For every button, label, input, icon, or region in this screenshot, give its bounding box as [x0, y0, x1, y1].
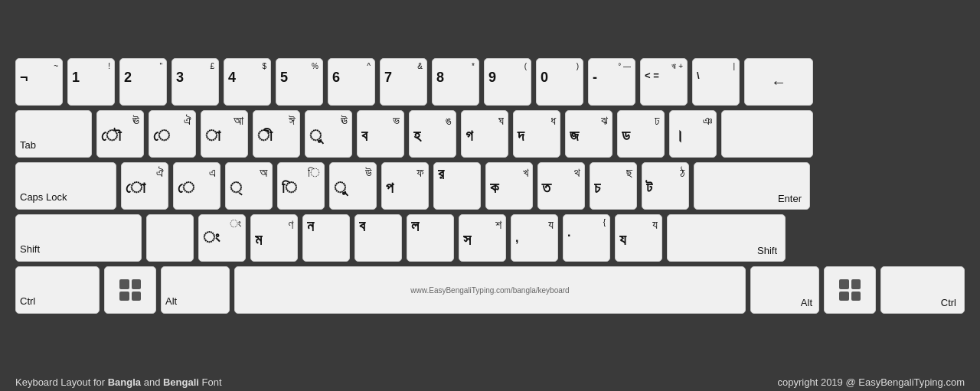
key-semicolon[interactable]: ছ চ — [590, 162, 637, 210]
alt-right-key[interactable]: Alt — [750, 266, 819, 314]
key-w[interactable]: ঐ ে — [149, 110, 196, 158]
key-equals[interactable]: ঋ + < = — [640, 58, 688, 106]
footer-left: Keyboard Layout for Bangla and Bengali F… — [15, 376, 222, 388]
key-7[interactable]: & 7 — [380, 58, 427, 106]
key-o[interactable]: ধ দ — [513, 110, 560, 158]
key-p[interactable]: ঝ জ — [565, 110, 612, 158]
key-c[interactable]: ণ ম — [250, 214, 298, 262]
key-slash[interactable]: য য — [615, 214, 662, 262]
footer: Keyboard Layout for Bangla and Bengali F… — [0, 373, 980, 391]
enter-key[interactable]: Enter — [694, 162, 810, 210]
key-v[interactable]: ন — [302, 214, 350, 262]
key-q[interactable]: ঊ ৌ — [96, 110, 144, 158]
key-4[interactable]: $ 4 — [224, 58, 271, 106]
footer-right: copyright 2019 @ EasyBengaliTyping.com — [778, 376, 965, 388]
key-3[interactable]: £ 3 — [172, 58, 219, 106]
key-r[interactable]: ঈ ী — [253, 110, 300, 158]
key-backslash-top[interactable]: | \ — [692, 58, 740, 106]
key-0[interactable]: ) 0 — [536, 58, 583, 106]
key-bracket-r[interactable]: ঞ । — [669, 110, 717, 158]
key-z[interactable] — [146, 214, 194, 262]
shift-right-key[interactable]: Shift — [667, 214, 786, 262]
key-2[interactable]: " 2 — [119, 58, 167, 106]
shift-left-key[interactable]: Shift — [15, 214, 142, 262]
key-g[interactable]: উ ু — [329, 162, 377, 210]
key-k[interactable]: খ ক — [485, 162, 533, 210]
key-s[interactable]: এ ে — [173, 162, 220, 210]
alt-left-key[interactable]: Alt — [161, 266, 230, 314]
space-url-text: www.EasyBengaliTyping.com/bangla/keyboar… — [410, 286, 569, 295]
key-9[interactable]: ( 9 — [484, 58, 531, 106]
key-8[interactable]: * 8 — [432, 58, 479, 106]
ctrl-left-key[interactable]: Ctrl — [15, 266, 100, 314]
key-i[interactable]: ঘ গ — [461, 110, 508, 158]
key-comma[interactable]: য , — [511, 214, 558, 262]
caps-lock-key[interactable]: Caps Lock — [15, 162, 116, 210]
key-a[interactable]: ঐ ো — [121, 162, 168, 210]
key-e[interactable]: আ া — [201, 110, 248, 158]
key-quote[interactable]: ঠ ট — [642, 162, 689, 210]
space-key[interactable]: www.EasyBengaliTyping.com/bangla/keyboar… — [234, 266, 746, 314]
tab-key[interactable]: Tab — [15, 110, 92, 158]
ctrl-right-key[interactable]: Ctrl — [880, 266, 965, 314]
key-minus[interactable]: ° — - — [588, 58, 635, 106]
key-b[interactable]: ব — [354, 214, 402, 262]
win-right-key[interactable] — [824, 266, 876, 314]
key-period[interactable]: { . — [563, 214, 610, 262]
key-bracket-l[interactable]: ঢ ড — [617, 110, 665, 158]
key-n[interactable]: ল — [407, 214, 454, 262]
key-j[interactable]: র — [433, 162, 481, 210]
key-t[interactable]: ঊ ু — [305, 110, 352, 158]
windows-icon-right — [839, 279, 861, 301]
enter-key-top[interactable] — [721, 110, 813, 158]
key-f[interactable]: ি ি — [277, 162, 325, 210]
win-left-key[interactable] — [104, 266, 156, 314]
key-h[interactable]: ফ প — [381, 162, 429, 210]
key-backtick[interactable]: ~ ¬ — [15, 58, 63, 106]
key-y[interactable]: ভ ব — [357, 110, 404, 158]
key-d[interactable]: অ ্ — [225, 162, 273, 210]
backspace-key[interactable]: ← — [744, 58, 813, 106]
key-u[interactable]: ঙ হ — [409, 110, 456, 158]
key-1[interactable]: ! 1 — [67, 58, 115, 106]
key-m[interactable]: শ স — [459, 214, 506, 262]
key-6[interactable]: ^ 6 — [328, 58, 375, 106]
key-5[interactable]: % 5 — [276, 58, 323, 106]
key-l[interactable]: থ ত — [537, 162, 585, 210]
windows-icon — [119, 279, 141, 301]
key-x[interactable]: ং ং — [198, 214, 246, 262]
